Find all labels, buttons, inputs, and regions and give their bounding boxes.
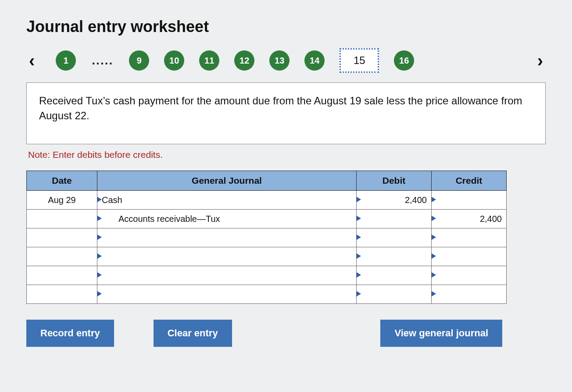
debit-cell[interactable] [357, 266, 431, 285]
account-cell[interactable] [97, 285, 356, 303]
table-row [27, 266, 507, 285]
step-10[interactable]: 10 [164, 50, 184, 71]
date-cell[interactable] [27, 210, 97, 228]
account-cell[interactable]: Accounts receivable—Tux [97, 210, 356, 228]
step-ellipsis: ..... [91, 53, 114, 68]
page-title: Journal entry worksheet [26, 18, 546, 36]
col-header-date: Date [27, 171, 97, 191]
table-row [27, 247, 507, 266]
step-14[interactable]: 14 [304, 50, 325, 71]
journal-table: Date General Journal Debit Credit Aug 29… [26, 171, 507, 304]
record-entry-button[interactable]: Record entry [26, 320, 114, 347]
col-header-credit: Credit [432, 171, 507, 191]
account-cell[interactable] [97, 228, 356, 247]
step-12[interactable]: 12 [234, 50, 254, 71]
date-cell[interactable] [27, 285, 97, 303]
transaction-description: Received Tux’s cash payment for the amou… [26, 82, 546, 144]
account-cell[interactable]: Cash [97, 191, 356, 209]
date-cell[interactable] [27, 247, 97, 266]
credit-cell[interactable] [432, 285, 506, 303]
chevron-left-icon[interactable]: ‹ [26, 52, 37, 69]
step-11[interactable]: 11 [199, 50, 219, 71]
table-row [27, 228, 507, 247]
debit-cell[interactable]: 2,400 [357, 191, 431, 209]
step-9[interactable]: 9 [129, 50, 149, 71]
col-header-gj: General Journal [97, 171, 357, 191]
chevron-right-icon[interactable]: › [535, 52, 546, 69]
credit-cell[interactable] [432, 247, 506, 266]
debit-cell[interactable] [357, 247, 431, 266]
credit-cell[interactable] [432, 228, 506, 247]
date-cell[interactable] [27, 228, 97, 247]
note-text: Note: Enter debits before credits. [28, 150, 546, 160]
stepper: ‹ 1 ..... 9 10 11 12 13 14 15 16 › [26, 48, 546, 73]
step-1[interactable]: 1 [56, 50, 76, 71]
clear-entry-button[interactable]: Clear entry [154, 320, 232, 347]
credit-cell[interactable] [432, 191, 506, 209]
account-cell[interactable] [97, 266, 356, 285]
debit-cell[interactable] [357, 210, 431, 228]
table-row [27, 285, 507, 304]
table-row: Accounts receivable—Tux 2,400 [27, 210, 507, 228]
date-cell[interactable] [27, 266, 97, 285]
step-13[interactable]: 13 [269, 50, 290, 71]
debit-cell[interactable] [357, 285, 431, 303]
date-cell[interactable]: Aug 29 [27, 191, 97, 209]
step-15-current[interactable]: 15 [340, 48, 379, 73]
credit-cell[interactable]: 2,400 [432, 210, 506, 228]
view-general-journal-button[interactable]: View general journal [380, 320, 502, 347]
col-header-debit: Debit [357, 171, 432, 191]
step-16[interactable]: 16 [394, 50, 414, 71]
debit-cell[interactable] [357, 228, 431, 247]
table-row: Aug 29 Cash 2,400 [27, 191, 507, 210]
credit-cell[interactable] [432, 266, 506, 285]
account-cell[interactable] [97, 247, 356, 266]
